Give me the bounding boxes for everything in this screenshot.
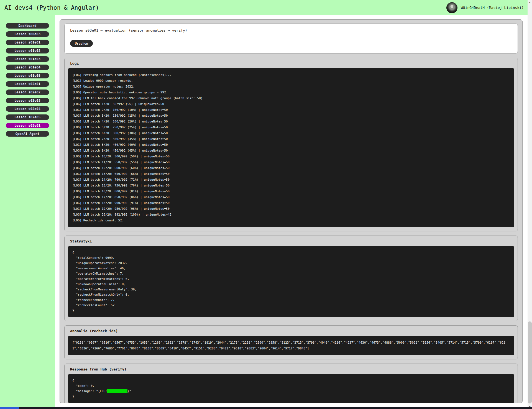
sidebar-item-lesson-s02e02[interactable]: Lesson s02e02 [6, 90, 49, 95]
json-line: "recheckFromMismatchOnly": 6, [72, 292, 510, 297]
log-line: [LOG] LLM batch 19/20: 950/992 (96%) | u… [72, 206, 510, 212]
vertical-scrollbar[interactable]: ▲ ▼ [528, 0, 532, 409]
sidebar-item-lesson-s01e05[interactable]: Lesson s01e05 [6, 73, 49, 78]
sidebar-item-lesson-s00e03[interactable]: Lesson s00e03 [6, 31, 49, 37]
main-panel: Lesson s03e01 – evaluation (sensor anoma… [60, 19, 523, 403]
response-message-suffix: }" [127, 389, 131, 393]
user-name: W8inG4DeatH (Maciej Lipiński) [461, 6, 524, 10]
anomalies-card: Anomalie (recheck ids) ["0158","0307","0… [64, 325, 518, 359]
sidebar-item-lesson-s03e01[interactable]: Lesson s03e01 [6, 123, 49, 128]
user-info: W8inG4DeatH (Maciej Lipiński) [446, 2, 524, 13]
scroll-up-icon[interactable]: ▲ [528, 0, 532, 4]
sidebar-nav: DashboardLesson s00e03Lesson s01e01Lesso… [0, 15, 55, 407]
log-line: [LOG] Unique operator notes: 2032. [72, 84, 510, 90]
response-terminal: { "code": 0, "message": "{FLG:}" } [68, 374, 514, 403]
log-line: [LOG] LLM batch 13/20: 650/992 (66%) | u… [72, 171, 510, 177]
log-line: [LOG] LLM batch 1/20: 50/992 (5%) | uniq… [72, 101, 510, 107]
log-line: [LOG] Operator note heuristic: unknown g… [72, 90, 510, 95]
sidebar-item-lesson-s02e05[interactable]: Lesson s02e05 [6, 114, 49, 120]
response-card: Response from Hub (verify) { "code": 0, … [64, 364, 518, 403]
sidebar-item-lesson-s01e01[interactable]: Lesson s01e01 [6, 40, 49, 45]
horizontal-scrollbar-thumb[interactable] [0, 407, 19, 409]
logs-card: Logi [LOG] Fetching sensors from backend… [64, 58, 518, 231]
lesson-title: Lesson s03e01 – evaluation (sensor anoma… [70, 28, 512, 32]
json-line: "measurementAnomalies": 46, [72, 266, 510, 271]
log-line: [LOG] LLM batch 2/20: 100/992 (10%) | un… [72, 107, 510, 113]
log-line: [LOG] LLM batch 4/20: 200/992 (20%) | un… [72, 119, 510, 124]
log-line: [LOG] LLM batch 6/20: 300/992 (30%) | un… [72, 130, 510, 136]
sidebar-item-lesson-s02e01[interactable]: Lesson s02e01 [6, 81, 49, 87]
sidebar-item-lesson-s01e03[interactable]: Lesson s01e03 [6, 56, 49, 62]
response-line: { [72, 378, 510, 383]
horizontal-scrollbar[interactable] [0, 407, 532, 409]
json-line: "uniqueOperatorNotes": 2032, [72, 260, 510, 266]
log-line: [LOG] LLM batch 11/20: 550/992 (55%) | u… [72, 159, 510, 165]
sidebar-item-dashboard[interactable]: Dashboard [6, 23, 49, 29]
divider [70, 36, 512, 36]
sidebar-item-lesson-s01e02[interactable]: Lesson s01e02 [6, 48, 49, 53]
sidebar-item-lesson-s01e04[interactable]: Lesson s01e04 [6, 65, 49, 70]
log-line: [LOG] LLM batch 10/20: 500/992 (50%) | u… [72, 154, 510, 159]
anomalies-title: Anomalie (recheck ids) [70, 329, 514, 333]
log-line: [LOG] LLM batch 5/20: 250/992 (25%) | un… [72, 124, 510, 130]
log-line: [LOG] LLM batch 12/20: 600/992 (60%) | u… [72, 165, 510, 171]
sidebar-item-lesson-s02e04[interactable]: Lesson s02e04 [6, 106, 49, 112]
json-line: "unknownOperatorClaims": 0, [72, 282, 510, 287]
sidebar-item-lesson-s02e03[interactable]: Lesson s02e03 [6, 98, 49, 103]
log-line: [LOG] LLM batch 14/20: 700/992 (71%) | u… [72, 177, 510, 183]
log-line: [LOG] LLM batch 18/20: 900/992 (91%) | u… [72, 200, 510, 206]
anomalies-terminal: ["0158","0307","0516","0567","0753","105… [68, 336, 514, 355]
json-line: "totalSensors": 9999, [72, 255, 510, 260]
logs-title: Logi [70, 61, 514, 65]
response-line: "code": 0, [72, 383, 510, 388]
log-line: [LOG] LLM batch 9/20: 450/992 (45%) | un… [72, 148, 510, 154]
json-line: } [72, 308, 510, 313]
stats-terminal: { "totalSensors": 9999, "uniqueOperatorN… [68, 246, 514, 317]
lesson-run-card: Lesson s03e01 – evaluation (sensor anoma… [64, 24, 518, 53]
log-terminal: [LOG] Fetching sensors from backend (/da… [68, 68, 514, 227]
top-bar: AI_devs4 (Python & Angular) W8inG4DeatH … [0, 0, 528, 15]
user-avatar[interactable] [446, 2, 457, 13]
log-line: [LOG] Fetching sensors from backend (/da… [72, 72, 510, 78]
flag-redaction-block [107, 389, 127, 393]
stats-title: Statystyki [70, 239, 514, 243]
json-line: "operatorOkMismatches": 7, [72, 271, 510, 276]
anomalies-ids-text: ["0158","0307","0516","0567","0753","105… [72, 340, 510, 351]
json-line: "operatorErrorMismatches": 6, [72, 276, 510, 282]
json-line: "recheckIdsCount": 52 [72, 303, 510, 308]
response-message-line: "message": "{FLG:}" [72, 388, 510, 394]
log-line: [LOG] LLM batch 20/20: 992/992 (100%) | … [72, 212, 510, 218]
stats-card: Statystyki { "totalSensors": 9999, "uniq… [64, 236, 518, 321]
response-title: Response from Hub (verify) [70, 367, 514, 371]
json-line: { [72, 250, 510, 255]
json-line: "recheckFromBoth": 7, [72, 297, 510, 303]
sidebar-item-openai-agent[interactable]: OpenAI Agent [6, 131, 49, 137]
log-line: [LOG] LLM fallback enabled for 992 unkno… [72, 95, 510, 101]
vertical-scrollbar-thumb[interactable] [528, 321, 532, 403]
log-line: [LOG] LLM batch 17/20: 850/992 (86%) | u… [72, 194, 510, 200]
log-line: [LOG] LLM batch 7/20: 350/992 (35%) | un… [72, 136, 510, 142]
log-line: [LOG] Recheck ids count: 52. [72, 218, 510, 223]
json-line: "recheckFromMeasurementOnly": 39, [72, 287, 510, 292]
log-line: [LOG] LLM batch 16/20: 800/992 (81%) | u… [72, 188, 510, 194]
log-line: [LOG] LLM batch 3/20: 150/992 (15%) | un… [72, 113, 510, 119]
log-line: [LOG] LLM batch 15/20: 750/992 (76%) | u… [72, 183, 510, 188]
run-button[interactable]: Uruchom [70, 40, 93, 47]
response-message-prefix: "message": "{FLG: [72, 389, 107, 393]
log-line: [LOG] Loaded 9999 sensor records. [72, 78, 510, 84]
app-title: AI_devs4 (Python & Angular) [4, 4, 99, 11]
log-line: [LOG] LLM batch 8/20: 400/992 (40%) | un… [72, 142, 510, 148]
response-line: } [72, 394, 510, 399]
